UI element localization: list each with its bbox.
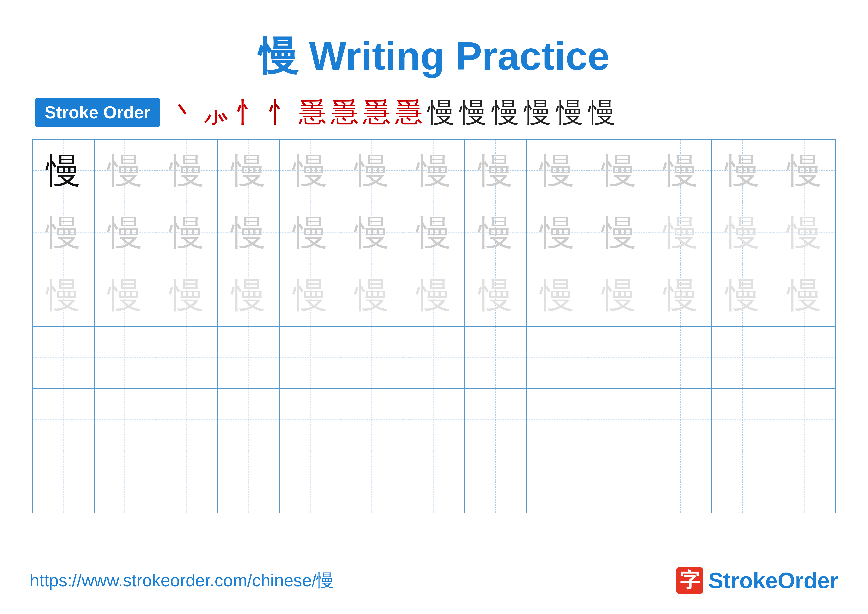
grid-cell[interactable] xyxy=(95,451,157,513)
grid-cell[interactable]: 慢 xyxy=(465,264,527,326)
grid-cell[interactable]: 慢 xyxy=(527,202,588,264)
grid-cell[interactable] xyxy=(712,327,774,389)
grid-cell[interactable]: 慢 xyxy=(280,264,341,326)
practice-char-lighter: 慢 xyxy=(663,216,698,250)
grid-cell[interactable] xyxy=(773,327,835,389)
practice-char-lighter: 慢 xyxy=(46,278,81,312)
grid-cell[interactable]: 慢 xyxy=(403,140,465,202)
grid-cell[interactable] xyxy=(218,389,280,451)
grid-cell[interactable]: 慢 xyxy=(773,202,835,264)
grid-row-1: 慢 慢 慢 慢 慢 慢 慢 慢 慢 慢 慢 慢 慢 xyxy=(33,140,835,202)
grid-cell[interactable]: 慢 xyxy=(33,140,95,202)
grid-cell[interactable] xyxy=(773,389,835,451)
stroke-4: 忄 xyxy=(267,99,294,126)
grid-cell[interactable]: 慢 xyxy=(527,264,588,326)
grid-cell[interactable]: 慢 xyxy=(465,202,527,264)
grid-cell[interactable] xyxy=(280,389,341,451)
grid-cell[interactable]: 慢 xyxy=(588,140,650,202)
grid-cell[interactable] xyxy=(218,327,280,389)
grid-cell[interactable]: 慢 xyxy=(650,264,712,326)
grid-cell[interactable] xyxy=(95,327,157,389)
grid-cell[interactable]: 慢 xyxy=(95,264,157,326)
grid-cell[interactable] xyxy=(95,389,157,451)
grid-cell[interactable] xyxy=(712,389,774,451)
grid-cell[interactable] xyxy=(156,451,218,513)
grid-cell[interactable] xyxy=(465,451,527,513)
practice-char-lighter: 慢 xyxy=(663,278,698,312)
grid-cell[interactable]: 慢 xyxy=(403,202,465,264)
grid-cell[interactable]: 慢 xyxy=(773,264,835,326)
grid-row-2: 慢 慢 慢 慢 慢 慢 慢 慢 慢 慢 慢 慢 慢 xyxy=(33,202,835,264)
grid-cell[interactable]: 慢 xyxy=(527,140,588,202)
grid-cell[interactable]: 慢 xyxy=(712,264,774,326)
grid-cell[interactable] xyxy=(341,327,403,389)
stroke-11: 慢 xyxy=(492,99,519,126)
grid-cell[interactable] xyxy=(527,327,588,389)
practice-char-lighter: 慢 xyxy=(787,216,822,250)
grid-cell[interactable] xyxy=(403,389,465,451)
grid-cell[interactable]: 慢 xyxy=(341,202,403,264)
practice-char-light: 慢 xyxy=(787,153,822,188)
grid-cell[interactable] xyxy=(650,327,712,389)
grid-cell[interactable]: 慢 xyxy=(465,140,527,202)
grid-cell[interactable]: 慢 xyxy=(280,140,341,202)
grid-cell[interactable]: 慢 xyxy=(218,264,280,326)
grid-cell[interactable]: 慢 xyxy=(341,140,403,202)
grid-cell[interactable]: 慢 xyxy=(712,202,774,264)
grid-cell[interactable]: 慢 xyxy=(280,202,341,264)
practice-char-lighter: 慢 xyxy=(108,278,142,312)
stroke-6: 㥯 xyxy=(331,99,358,126)
grid-cell[interactable]: 慢 xyxy=(156,264,218,326)
footer: https://www.strokeorder.com/chinese/慢 字 … xyxy=(30,567,838,594)
grid-cell[interactable] xyxy=(156,327,218,389)
grid-cell[interactable]: 慢 xyxy=(773,140,835,202)
grid-cell[interactable] xyxy=(341,451,403,513)
grid-cell[interactable] xyxy=(341,389,403,451)
grid-cell[interactable] xyxy=(712,451,774,513)
grid-cell[interactable] xyxy=(588,389,650,451)
grid-cell[interactable]: 慢 xyxy=(341,264,403,326)
grid-cell[interactable] xyxy=(33,451,95,513)
grid-cell[interactable]: 慢 xyxy=(403,264,465,326)
grid-cell[interactable]: 慢 xyxy=(712,140,774,202)
grid-cell[interactable] xyxy=(465,327,527,389)
grid-cell[interactable]: 慢 xyxy=(95,140,157,202)
grid-cell[interactable]: 慢 xyxy=(218,140,280,202)
grid-row-3: 慢 慢 慢 慢 慢 慢 慢 慢 慢 慢 慢 慢 慢 xyxy=(33,264,835,327)
grid-cell[interactable] xyxy=(588,327,650,389)
grid-cell[interactable] xyxy=(403,327,465,389)
grid-cell[interactable] xyxy=(218,451,280,513)
grid-cell[interactable] xyxy=(33,389,95,451)
grid-cell[interactable]: 慢 xyxy=(95,202,157,264)
grid-cell[interactable] xyxy=(650,451,712,513)
grid-cell[interactable] xyxy=(280,327,341,389)
grid-cell[interactable] xyxy=(33,327,95,389)
grid-cell[interactable] xyxy=(465,389,527,451)
grid-cell[interactable]: 慢 xyxy=(33,202,95,264)
practice-char-lighter: 慢 xyxy=(787,278,822,312)
grid-cell[interactable] xyxy=(527,389,588,451)
grid-cell[interactable] xyxy=(650,389,712,451)
grid-cell[interactable]: 慢 xyxy=(588,202,650,264)
grid-cell[interactable]: 慢 xyxy=(588,264,650,326)
grid-cell[interactable] xyxy=(588,451,650,513)
grid-cell[interactable] xyxy=(773,451,835,513)
grid-cell[interactable] xyxy=(156,389,218,451)
grid-cell[interactable]: 慢 xyxy=(156,140,218,202)
grid-cell[interactable]: 慢 xyxy=(156,202,218,264)
title-chinese-char: 慢 xyxy=(258,34,298,78)
practice-char-light: 慢 xyxy=(478,153,513,188)
logo-icon: 字 xyxy=(676,567,704,594)
grid-cell[interactable]: 慢 xyxy=(33,264,95,326)
grid-cell[interactable]: 慢 xyxy=(650,140,712,202)
footer-url[interactable]: https://www.strokeorder.com/chinese/慢 xyxy=(30,569,334,592)
grid-cell[interactable] xyxy=(527,451,588,513)
grid-cell[interactable] xyxy=(280,451,341,513)
grid-cell[interactable] xyxy=(403,451,465,513)
practice-char-light: 慢 xyxy=(231,216,266,250)
grid-cell[interactable]: 慢 xyxy=(650,202,712,264)
stroke-7: 㥯 xyxy=(363,99,391,126)
practice-char-light: 慢 xyxy=(725,153,760,188)
practice-char-light: 慢 xyxy=(293,153,328,188)
grid-cell[interactable]: 慢 xyxy=(218,202,280,264)
